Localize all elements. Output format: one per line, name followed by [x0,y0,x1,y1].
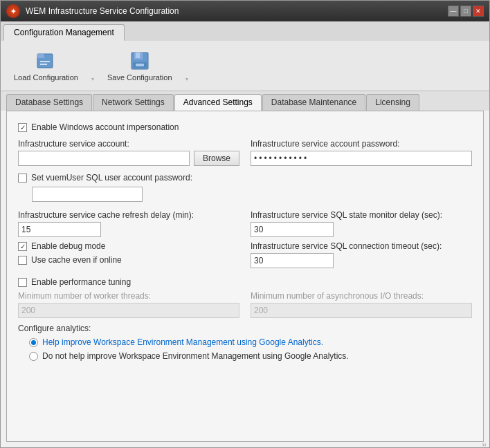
min-worker-label: Minimum number of worker threads: [18,291,239,301]
set-sql-label: Set vuemUser SQL user account password: [31,173,192,183]
close-button[interactable]: ✕ [473,6,484,17]
save-corner: ▾ [185,76,188,82]
title-bar: ✦ WEM Infrastructure Service Configurati… [1,1,489,21]
radio1-label: Help improve Workspace Environment Manag… [42,337,323,347]
debug-cache-group: Enable debug mode Use cache even if onli… [18,241,239,269]
window-title: WEM Infrastructure Service Configuration [26,6,179,16]
configuration-management-tab[interactable]: Configuration Management [3,24,125,41]
set-sql-row: Set vuemUser SQL user account password: [18,173,472,183]
tab-database-maintenance[interactable]: Database Maintenance [262,94,365,111]
sql-connection-input[interactable] [251,253,334,268]
toolbar-tab-strip: Configuration Management [1,21,489,41]
radio1[interactable] [29,338,38,347]
enable-impersonation-checkbox[interactable] [18,123,27,132]
sql-connection-label: Infrastructure service SQL connection ti… [251,241,472,251]
save-config-button[interactable]: Save Configuration [101,46,179,85]
enable-debug-row: Enable debug mode [18,241,239,251]
infra-password-label: Infrastructure service account password: [251,139,472,149]
restore-button[interactable]: □ [460,6,471,17]
load-config-label: Load Configuration [14,73,78,82]
content-area: Enable Windows account impersonation Inf… [6,111,484,442]
infra-account-label: Infrastructure service account: [18,139,239,149]
radio1-row: Help improve Workspace Environment Manag… [18,337,472,347]
analytics-group: Configure analytics: Help improve Worksp… [18,324,472,361]
min-worker-input [18,303,239,318]
min-async-label: Minimum number of asynchronous I/O threa… [251,291,472,301]
svg-rect-3 [40,64,47,65]
radio2-row: Do not help improve Workspace Environmen… [18,351,472,361]
window-controls: — □ ✕ [448,6,484,17]
resize-handle[interactable]: ⠿ [482,442,487,448]
toolbar: Load Configuration ▾ Save Configuration … [1,41,489,91]
svg-rect-6 [136,53,140,58]
enable-debug-label: Enable debug mode [31,241,105,251]
load-corner: ▾ [91,76,94,82]
minimize-button[interactable]: — [448,6,459,17]
sql-connection-group: Infrastructure service SQL connection ti… [251,241,472,269]
sql-password-input[interactable] [32,187,143,202]
min-async-group: Minimum number of asynchronous I/O threa… [251,291,472,318]
sql-state-group: Infrastructure service SQL state monitor… [251,210,472,237]
configure-analytics-label: Configure analytics: [18,324,472,333]
cache-refresh-group: Infrastructure service cache refresh del… [18,210,239,237]
tab-advanced-settings[interactable]: Advanced Settings [174,94,262,111]
enable-perf-row: Enable performance tuning [18,277,472,287]
cache-refresh-label: Infrastructure service cache refresh del… [18,210,239,220]
tab-licensing[interactable]: Licensing [366,94,419,111]
min-async-input [251,303,472,318]
load-config-icon [35,50,57,72]
save-config-label: Save Configuration [107,73,172,82]
save-config-icon [129,50,151,72]
cache-refresh-input[interactable] [18,222,101,237]
min-worker-group: Minimum number of worker threads: [18,291,239,318]
enable-perf-checkbox[interactable] [18,278,27,287]
sql-state-input[interactable] [251,222,334,237]
browse-button[interactable]: Browse [194,151,239,166]
enable-debug-checkbox[interactable] [18,242,27,251]
svg-rect-1 [37,54,44,58]
enable-impersonation-label: Enable Windows account impersonation [31,122,179,132]
use-cache-row: Use cache even if online [18,255,239,265]
app-icon: ✦ [6,4,20,18]
radio2-label: Do not help improve Workspace Environmen… [42,351,349,361]
infra-account-group: Infrastructure service account: Browse [18,139,239,166]
set-sql-checkbox[interactable] [18,174,27,183]
enable-perf-label: Enable performance tuning [31,277,131,287]
infra-account-input[interactable] [18,151,190,166]
main-tab-strip: Database Settings Network Settings Advan… [1,91,489,111]
load-config-button[interactable]: Load Configuration [8,46,84,85]
infra-password-input[interactable] [251,151,472,166]
radio2[interactable] [29,352,38,361]
infra-password-group: Infrastructure service account password: [251,139,472,166]
tab-database-settings[interactable]: Database Settings [6,94,92,111]
tab-network-settings[interactable]: Network Settings [93,94,174,111]
enable-impersonation-row: Enable Windows account impersonation [18,122,472,132]
svg-rect-8 [136,64,144,66]
use-cache-label: Use cache even if online [31,255,122,265]
sql-state-label: Infrastructure service SQL state monitor… [251,210,472,220]
use-cache-checkbox[interactable] [18,256,27,265]
svg-rect-2 [40,61,50,62]
main-window: ✦ WEM Infrastructure Service Configurati… [0,0,490,448]
